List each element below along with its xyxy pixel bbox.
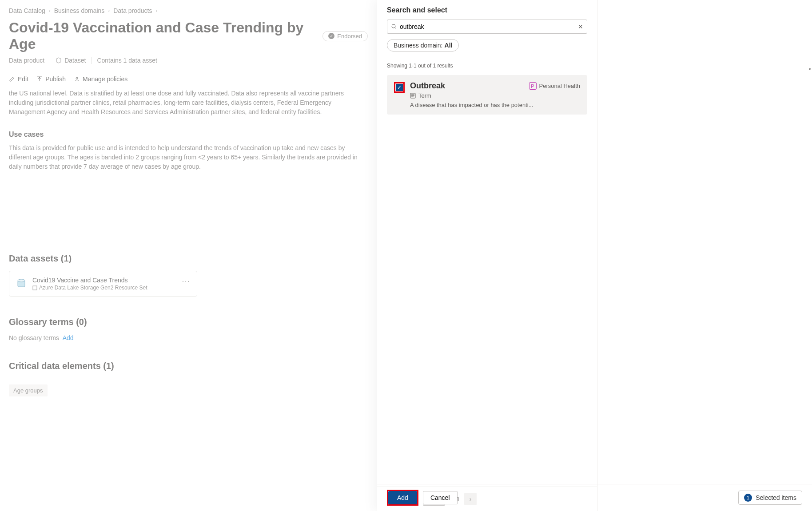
breadcrumb-item[interactable]: Business domains [54, 7, 105, 14]
endorsed-badge: ✓ Endorsed [322, 31, 368, 41]
asset-subtitle: Azure Data Lake Storage Gen2 Resource Se… [32, 285, 147, 291]
result-type: Term [410, 92, 580, 99]
svg-rect-3 [33, 286, 37, 290]
results-count: Showing 1-1 out of 1 results [377, 58, 597, 73]
pencil-icon [9, 76, 15, 82]
endorsed-label: Endorsed [337, 33, 362, 40]
selected-label: Selected items [756, 494, 796, 501]
cube-icon [56, 57, 62, 63]
manage-policies-button[interactable]: Manage policies [74, 75, 127, 83]
meta-product: Data product [9, 57, 44, 64]
search-select-panel: Search and select ✕ Business domain: All… [377, 0, 812, 511]
search-input-container: ✕ [387, 20, 587, 34]
svg-point-4 [392, 24, 395, 28]
meta-assets: Contains 1 data asset [97, 57, 157, 64]
chevron-right-icon: › [156, 8, 158, 14]
result-card[interactable]: ✓ Outbreak P Personal Health Term A dise… [387, 75, 587, 115]
cde-tag[interactable]: Age groups [9, 384, 48, 396]
clear-icon[interactable]: ✕ [578, 23, 583, 30]
selected-count: 1 [744, 494, 752, 502]
use-cases-text: This data is provided for public use and… [9, 143, 368, 171]
publish-button[interactable]: Publish [36, 75, 66, 83]
chevron-right-icon: › [108, 8, 110, 14]
filter-pill[interactable]: Business domain: All [387, 39, 459, 51]
glossary-add-link[interactable]: Add [63, 334, 74, 341]
description-text: the US national level. Data is stratifie… [9, 89, 368, 117]
cde-heading: Critical data elements (1) [9, 361, 368, 371]
glossary-heading: Glossary terms (0) [9, 317, 368, 327]
result-checkbox-highlight: ✓ [394, 82, 405, 93]
asset-title: Covid19 Vaccine and Case Trends [32, 277, 147, 284]
result-description: A disease that has impacted or has the p… [410, 102, 580, 108]
breadcrumb: Data Catalog › Business domains › Data p… [0, 0, 377, 20]
svg-point-0 [76, 77, 78, 79]
result-checkbox[interactable]: ✓ [396, 84, 403, 91]
panel-title: Search and select [377, 0, 597, 20]
page-title: Covid-19 Vaccination and Case Trending b… [9, 20, 316, 52]
domain-badge-icon: P [529, 82, 537, 90]
chevron-right-icon: › [49, 8, 51, 14]
file-icon [32, 285, 37, 290]
upload-icon [36, 76, 43, 82]
add-button[interactable]: Add [388, 491, 417, 504]
term-icon [410, 93, 416, 99]
meta-dataset: Dataset [56, 57, 86, 64]
edit-button[interactable]: Edit [9, 75, 28, 83]
person-icon [74, 76, 80, 82]
search-input[interactable] [397, 23, 578, 30]
breadcrumb-item[interactable]: Data Catalog [9, 7, 45, 14]
svg-point-2 [18, 279, 25, 282]
glossary-empty-text: No glossary terms [9, 334, 59, 341]
result-title: Outbreak [410, 81, 445, 91]
search-icon [391, 24, 397, 30]
result-tag: P Personal Health [529, 82, 581, 90]
divider [9, 240, 368, 240]
breadcrumb-item[interactable]: Data products [113, 7, 152, 14]
add-button-highlight: Add [387, 490, 418, 506]
meta-row: Data product Dataset Contains 1 data ass… [0, 57, 377, 72]
more-button[interactable]: ··· [182, 277, 191, 285]
toolbar: Edit Publish Manage policies [0, 72, 377, 87]
panel-footer: Add Cancel 1 Selected items [377, 484, 812, 511]
storage-icon [16, 277, 28, 290]
cancel-button[interactable]: Cancel [423, 491, 458, 504]
check-circle-icon: ✓ [328, 33, 334, 39]
selected-items-button[interactable]: 1 Selected items [738, 491, 802, 505]
data-asset-card[interactable]: Covid19 Vaccine and Case Trends Azure Da… [9, 271, 197, 297]
use-cases-heading: Use cases [9, 129, 368, 140]
data-assets-heading: Data assets (1) [0, 254, 377, 264]
